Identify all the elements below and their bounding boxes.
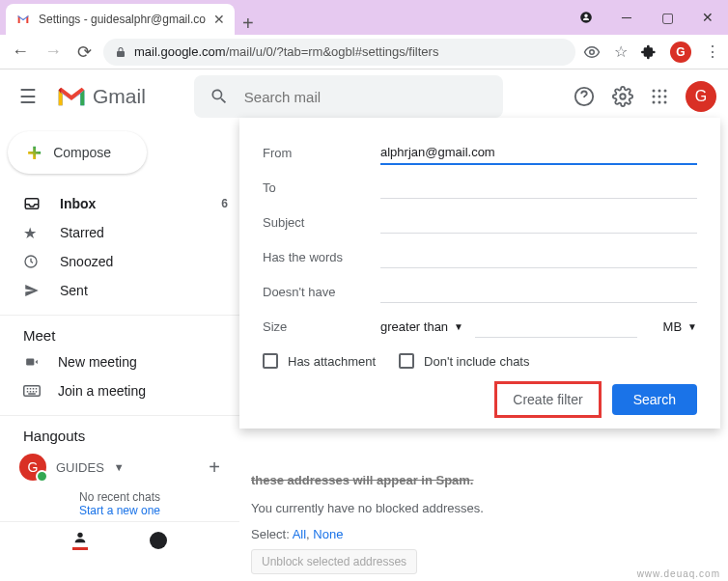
contact-tab-icon[interactable] xyxy=(72,530,88,550)
svg-point-4 xyxy=(653,90,656,93)
size-unit-select[interactable]: MB ▼ xyxy=(663,319,697,334)
video-icon xyxy=(23,355,41,369)
tab-title: Settings - guidesalphr@gmail.co xyxy=(39,13,206,26)
to-label: To xyxy=(263,180,369,195)
url-text: mail.google.com/mail/u/0/?tab=rm&ogbl#se… xyxy=(134,44,438,59)
spam-text: these addresses will appear in Spam. xyxy=(251,473,716,487)
subject-input[interactable] xyxy=(380,210,697,234)
watermark: www.deuaq.com xyxy=(637,568,720,579)
select-label: Select: xyxy=(251,527,290,541)
meet-join-meeting[interactable]: Join a meeting xyxy=(0,376,239,405)
has-attachment-checkbox[interactable]: Has attachment xyxy=(263,353,376,369)
gmail-favicon-icon xyxy=(15,12,31,27)
hangouts-tabs xyxy=(0,521,239,558)
sidebar-item-label: Inbox xyxy=(60,196,96,211)
new-tab-button[interactable]: + xyxy=(235,13,262,35)
select-all-link[interactable]: All xyxy=(293,527,306,541)
svg-point-12 xyxy=(664,101,667,104)
unblock-button[interactable]: Unblock selected addresses xyxy=(251,549,417,574)
svg-point-7 xyxy=(653,96,656,98)
hangouts-tab-icon[interactable] xyxy=(150,532,167,549)
svg-point-8 xyxy=(658,96,661,98)
hangouts-new-chat-button[interactable]: + xyxy=(209,456,220,479)
select-none-link[interactable]: None xyxy=(313,527,343,541)
forward-button[interactable]: → xyxy=(41,38,66,66)
compose-button[interactable]: + Compose xyxy=(8,131,147,174)
from-input[interactable] xyxy=(380,141,697,165)
svg-point-5 xyxy=(658,90,661,93)
star-icon: ★ xyxy=(23,224,42,242)
from-label: From xyxy=(263,146,369,160)
sidebar-item-label: Starred xyxy=(60,225,104,240)
meet-new-meeting[interactable]: New meeting xyxy=(0,347,239,376)
close-window-button[interactable]: ✕ xyxy=(687,0,728,35)
settings-gear-icon[interactable] xyxy=(612,86,633,107)
star-icon[interactable]: ☆ xyxy=(614,42,628,61)
gmail-logo[interactable]: Gmail xyxy=(56,85,146,108)
search-icon xyxy=(210,87,229,106)
sidebar-item-inbox[interactable]: Inbox 6 xyxy=(0,189,239,218)
reload-button[interactable]: ⟳ xyxy=(73,38,96,67)
inbox-count: 6 xyxy=(221,197,228,210)
chrome-menu-icon[interactable]: ⋮ xyxy=(705,42,720,61)
clock-icon xyxy=(23,254,42,269)
search-input[interactable] xyxy=(244,89,488,105)
subject-label: Subject xyxy=(263,215,369,230)
svg-point-17 xyxy=(77,533,82,538)
sidebar-item-snoozed[interactable]: Snoozed xyxy=(0,247,239,276)
sidebar-item-label: Sent xyxy=(60,283,88,298)
account-avatar[interactable]: G xyxy=(686,81,716,112)
send-icon xyxy=(23,282,42,299)
sidebar-item-sent[interactable]: Sent xyxy=(0,276,239,305)
back-button[interactable]: ← xyxy=(8,38,33,66)
hangouts-user-row[interactable]: G GUIDES ▼ + xyxy=(0,448,239,486)
checkbox-icon xyxy=(263,353,278,369)
search-box[interactable] xyxy=(194,75,503,118)
sidebar-item-label: Snoozed xyxy=(60,254,113,269)
minimize-button[interactable]: ─ xyxy=(606,0,647,35)
svg-point-11 xyxy=(658,101,661,104)
sidebar-item-starred[interactable]: ★ Starred xyxy=(0,218,239,247)
address-bar: ← → ⟳ mail.google.com/mail/u/0/?tab=rm&o… xyxy=(0,35,728,69)
haswords-label: Has the words xyxy=(263,250,369,264)
gmail-header: ☰ Gmail G xyxy=(0,69,728,124)
hangouts-username: GUIDES xyxy=(56,460,104,475)
create-filter-button[interactable]: Create filter xyxy=(497,384,598,415)
haswords-input[interactable] xyxy=(380,245,697,268)
chevron-down-icon[interactable]: ▼ xyxy=(114,461,125,473)
doesnthave-input[interactable] xyxy=(380,280,697,303)
url-box[interactable]: mail.google.com/mail/u/0/?tab=rm&ogbl#se… xyxy=(103,39,575,66)
no-blocked-text: You currently have no blocked addresses. xyxy=(251,501,716,515)
lock-icon xyxy=(115,46,126,58)
meet-item-label: Join a meeting xyxy=(58,383,146,399)
maximize-button[interactable]: ▢ xyxy=(647,0,687,35)
meet-heading: Meet xyxy=(0,323,239,347)
hangouts-avatar: G xyxy=(19,454,46,481)
plus-icon: + xyxy=(27,138,42,168)
account-icon[interactable] xyxy=(566,0,606,35)
profile-avatar[interactable]: G xyxy=(670,42,691,63)
size-label: Size xyxy=(263,319,369,334)
to-input[interactable] xyxy=(380,176,697,199)
sidebar: + Compose Inbox 6 ★ Starred Snoozed xyxy=(0,124,239,567)
size-operator-select[interactable]: greater than ▼ xyxy=(380,319,463,334)
browser-tab[interactable]: Settings - guidesalphr@gmail.co ✕ xyxy=(6,4,235,35)
chevron-down-icon: ▼ xyxy=(454,321,463,332)
support-icon[interactable] xyxy=(574,86,595,107)
doesnthave-label: Doesn't have xyxy=(263,285,369,299)
svg-point-3 xyxy=(620,94,626,99)
svg-point-6 xyxy=(664,90,667,93)
dont-include-chats-checkbox[interactable]: Don't include chats xyxy=(399,353,529,369)
chevron-down-icon: ▼ xyxy=(687,321,697,332)
search-button[interactable]: Search xyxy=(612,384,697,415)
start-new-chat-link[interactable]: Start a new one xyxy=(4,504,236,517)
tab-close-icon[interactable]: ✕ xyxy=(213,12,225,27)
no-recent-chats: No recent chats Start a new one xyxy=(0,486,239,521)
apps-grid-icon[interactable] xyxy=(651,88,668,105)
size-value-input[interactable] xyxy=(475,315,637,338)
extensions-icon[interactable] xyxy=(641,44,657,60)
compose-label: Compose xyxy=(53,145,111,160)
svg-point-1 xyxy=(590,49,595,54)
eye-icon[interactable] xyxy=(583,43,601,61)
hamburger-menu-icon[interactable]: ☰ xyxy=(12,77,44,116)
